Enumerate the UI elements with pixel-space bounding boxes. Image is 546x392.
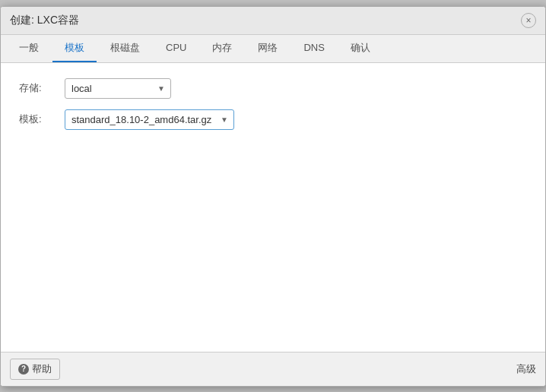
footer-left: ? 帮助 (10, 359, 60, 380)
tab-template[interactable]: 模板 (52, 35, 97, 62)
help-button[interactable]: ? 帮助 (10, 359, 60, 380)
create-lxc-dialog: 创建: LXC容器 × 一般 模板 根磁盘 CPU 内存 网络 DNS 确认 存… (0, 6, 546, 387)
dialog-title: 创建: LXC容器 (10, 14, 79, 27)
advanced-label[interactable]: 高级 (516, 362, 536, 376)
template-select-wrapper: standard_18.10-2_amd64.tar.gz ▼ (65, 109, 234, 130)
tab-network[interactable]: 网络 (246, 35, 290, 62)
storage-select[interactable]: local (65, 78, 171, 99)
title-bar: 创建: LXC容器 × (1, 7, 545, 35)
question-icon: ? (18, 364, 29, 375)
tab-rootdisk[interactable]: 根磁盘 (98, 35, 152, 62)
tab-cpu[interactable]: CPU (154, 35, 198, 62)
footer: ? 帮助 高级 (1, 352, 545, 386)
tab-content: 存储: local ▼ 模板: standard_18.10-2_amd64.t… (1, 63, 545, 352)
template-label: 模板: (19, 112, 65, 126)
tab-memory[interactable]: 内存 (200, 35, 244, 62)
template-row: 模板: standard_18.10-2_amd64.tar.gz ▼ (19, 109, 527, 130)
tab-confirm[interactable]: 确认 (338, 35, 383, 62)
close-button[interactable]: × (521, 13, 536, 28)
footer-right: 高级 (516, 362, 536, 376)
tab-general[interactable]: 一般 (7, 35, 51, 62)
storage-label: 存储: (19, 81, 65, 95)
template-select[interactable]: standard_18.10-2_amd64.tar.gz (65, 109, 234, 130)
storage-select-wrapper: local ▼ (65, 78, 171, 99)
storage-row: 存储: local ▼ (19, 78, 527, 99)
tabs-bar: 一般 模板 根磁盘 CPU 内存 网络 DNS 确认 (1, 35, 545, 63)
help-label: 帮助 (32, 362, 52, 376)
tab-dns[interactable]: DNS (291, 35, 336, 62)
